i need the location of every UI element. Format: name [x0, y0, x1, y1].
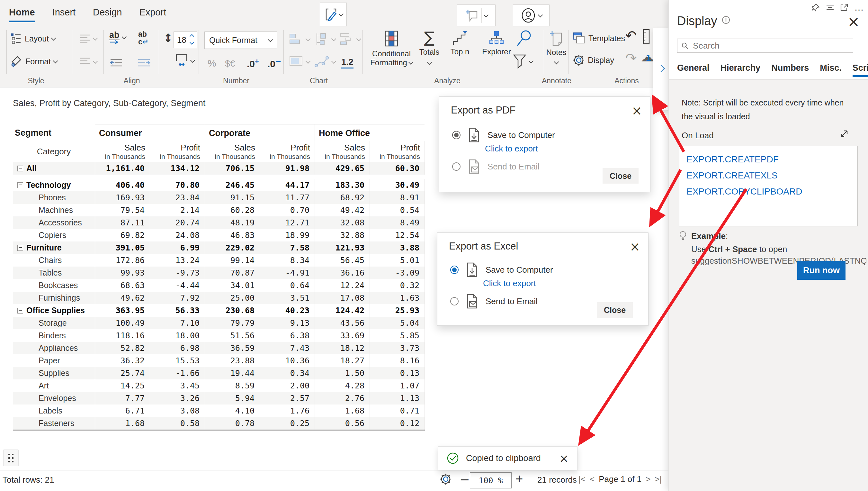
currency-format-button[interactable]: $€ — [225, 59, 235, 69]
radio-unselected[interactable] — [452, 163, 461, 171]
pin-icon[interactable] — [812, 3, 820, 11]
top-n-button[interactable]: Top n — [446, 31, 474, 56]
drag-handle[interactable] — [3, 450, 19, 466]
click-to-export-link[interactable]: Click to export — [485, 144, 538, 154]
ribbon-tab-insert[interactable]: Insert — [52, 7, 76, 21]
table-row[interactable]: Binders118.1618.0051.566.3833.695.85 — [13, 329, 425, 342]
run-now-button[interactable]: Run now — [797, 261, 845, 280]
table-row[interactable]: Machines79.542.1460.280.7049.420.54 — [13, 204, 425, 216]
edit-mode-button[interactable] — [320, 3, 347, 26]
ribbon-tab-home[interactable]: Home — [9, 7, 35, 21]
stepper-up-icon[interactable] — [190, 34, 194, 38]
collapse-icon[interactable] — [18, 308, 23, 314]
prev-page-button[interactable]: < — [590, 474, 594, 484]
send-to-email-option[interactable]: Send to Email — [450, 294, 538, 309]
panel-tab-misc[interactable]: Misc. — [820, 63, 842, 77]
remove-decimal-button[interactable]: .0− — [267, 57, 281, 69]
increase-indent-button[interactable] — [137, 59, 150, 67]
decrease-indent-button[interactable] — [110, 59, 123, 67]
expand-editor-icon[interactable] — [839, 128, 849, 140]
table-row[interactable]: Appliances52.826.9836.597.4318.123.73 — [13, 342, 425, 354]
add-decimal-button[interactable]: .0+ — [247, 57, 259, 69]
font-size-stepper[interactable]: 18 — [174, 31, 197, 48]
table-row[interactable]: Storage100.497.1079.799.1343.565.04 — [13, 317, 425, 329]
table-row[interactable]: Tables99.93-9.7370.87-4.9136.16-3.09 — [13, 266, 425, 279]
search-input[interactable] — [692, 40, 849, 51]
filter-button[interactable] — [513, 54, 533, 69]
panel-tab-general[interactable]: General — [677, 63, 710, 77]
close-icon[interactable]: × — [559, 452, 569, 465]
quick-format-dropdown[interactable]: Quick Format — [205, 31, 277, 49]
layout-button[interactable]: Layout — [10, 33, 55, 45]
horizontal-align-button[interactable] — [80, 57, 97, 66]
percent-format-button[interactable]: % — [208, 58, 216, 69]
line-chart-button[interactable] — [314, 55, 336, 68]
panel-tab-numbers[interactable]: Numbers — [771, 63, 809, 77]
vertical-align-button[interactable] — [80, 34, 97, 43]
table-row[interactable]: Envelopes7.773.265.942.572.761.13 — [13, 392, 425, 405]
display-button[interactable]: Display — [573, 54, 614, 66]
hierarchy-chart-button[interactable] — [315, 32, 336, 46]
ribbon-tab-export[interactable]: Export — [139, 7, 166, 21]
templates-button[interactable]: Templates — [573, 32, 625, 45]
close-button[interactable]: Close — [602, 168, 639, 183]
ribbon-tab-design[interactable]: Design — [93, 7, 122, 21]
ruler-icon[interactable] — [643, 29, 650, 46]
conditional-formatting-button[interactable]: Conditional Formatting — [370, 31, 413, 67]
panel-search[interactable] — [677, 38, 853, 53]
cell-width-button[interactable]: ↔ — [175, 53, 194, 68]
popout-icon[interactable] — [840, 3, 848, 11]
table-chart-button[interactable] — [289, 56, 310, 67]
first-page-button[interactable]: |< — [579, 474, 586, 484]
table-row[interactable]: All1,161.40134.12706.1591.98429.6560.30 — [13, 162, 425, 175]
table-row[interactable]: Technology406.4070.80246.4544.17183.3030… — [13, 179, 425, 191]
click-to-export-link[interactable]: Click to export — [483, 279, 536, 288]
search-button[interactable] — [516, 30, 533, 49]
more-icon[interactable]: … — [854, 6, 864, 9]
redo-icon[interactable]: ↷ — [625, 50, 637, 66]
table-row[interactable]: Furnishings49.627.9225.003.5117.081.63 — [13, 292, 425, 304]
table-row[interactable]: Furniture391.056.99229.027.58121.933.88 — [13, 241, 425, 254]
zoom-in-button[interactable]: + — [516, 472, 523, 486]
table-row[interactable]: Supplies25.74-1.6619.440.341.500.13 — [13, 367, 425, 379]
add-comment-button[interactable] — [457, 4, 496, 26]
radio-unselected[interactable] — [450, 297, 459, 306]
account-button[interactable] — [513, 4, 550, 26]
table-row[interactable]: Labels6.713.084.101.761.680.71 — [13, 405, 425, 417]
explorer-button[interactable]: Explorer — [479, 31, 514, 56]
close-icon[interactable]: × — [631, 103, 642, 118]
panel-close-icon[interactable]: × — [847, 14, 860, 29]
collapse-icon[interactable] — [18, 245, 23, 251]
table-row[interactable]: Art14.253.458.592.004.281.07 — [13, 379, 425, 392]
collapse-icon[interactable] — [18, 182, 23, 188]
table-row[interactable]: Fasteners1.680.580.780.250.560.12 — [13, 417, 425, 430]
expand-strip[interactable] — [653, 28, 669, 111]
panel-tab-scripting[interactable]: Scripting — [852, 63, 868, 77]
radio-selected[interactable] — [450, 266, 459, 274]
bar-chart-button[interactable] — [289, 32, 310, 46]
save-to-computer-option[interactable]: Save to Computer — [450, 262, 553, 277]
zoom-input[interactable] — [470, 472, 512, 488]
table-row[interactable]: Chairs172.8613.2499.148.3456.455.01 — [13, 254, 425, 266]
row-height-icon[interactable]: ↕ — [163, 31, 173, 45]
text-overflow-button[interactable]: ab c↵ — [138, 30, 149, 46]
format-button[interactable]: Format — [10, 55, 57, 67]
table-row[interactable]: Office Supplies363.9556.33230.6840.23124… — [13, 304, 425, 317]
settings-gear-icon[interactable] — [440, 473, 452, 487]
info-icon[interactable] — [722, 16, 730, 24]
layout-chart-button[interactable] — [340, 32, 361, 46]
collapse-icon[interactable] — [18, 166, 23, 171]
table-row[interactable]: Bookcases68.63-4.4434.010.6412.240.32 — [13, 279, 425, 292]
radio-selected[interactable] — [452, 131, 461, 139]
table-row[interactable]: Paper36.3215.5323.8810.3618.278.16 — [13, 354, 425, 367]
last-page-button[interactable]: >| — [655, 474, 662, 484]
next-page-button[interactable]: > — [646, 474, 650, 484]
stepper-down-icon[interactable] — [190, 40, 194, 45]
table-row[interactable]: Copiers69.8224.0846.8318.9932.8812.54 — [13, 229, 425, 241]
panel-tab-hierarchy[interactable]: Hierarchy — [720, 63, 761, 77]
save-to-computer-option[interactable]: Save to Computer — [452, 128, 555, 142]
zoom-out-button[interactable]: − — [460, 472, 470, 487]
close-icon[interactable]: × — [629, 239, 641, 254]
script-editor[interactable]: EXPORT.CREATEPDFEXPORT.CREATEXLSEXPORT.C… — [679, 146, 858, 226]
table-row[interactable]: Phones169.9323.8491.1511.7768.928.91 — [13, 191, 425, 204]
